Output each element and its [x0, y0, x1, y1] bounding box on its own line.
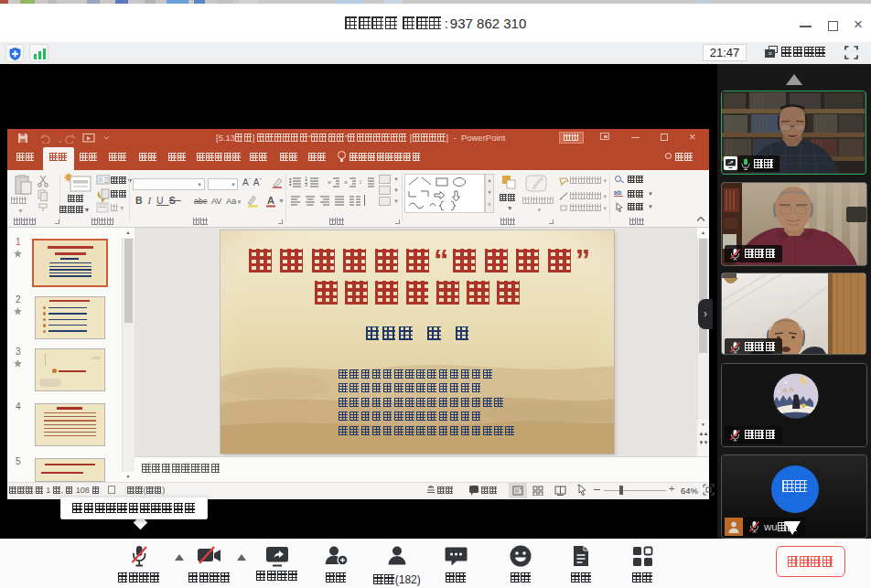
svg-text:▼: ▼: [278, 198, 284, 204]
svg-text:A: A: [267, 195, 274, 206]
